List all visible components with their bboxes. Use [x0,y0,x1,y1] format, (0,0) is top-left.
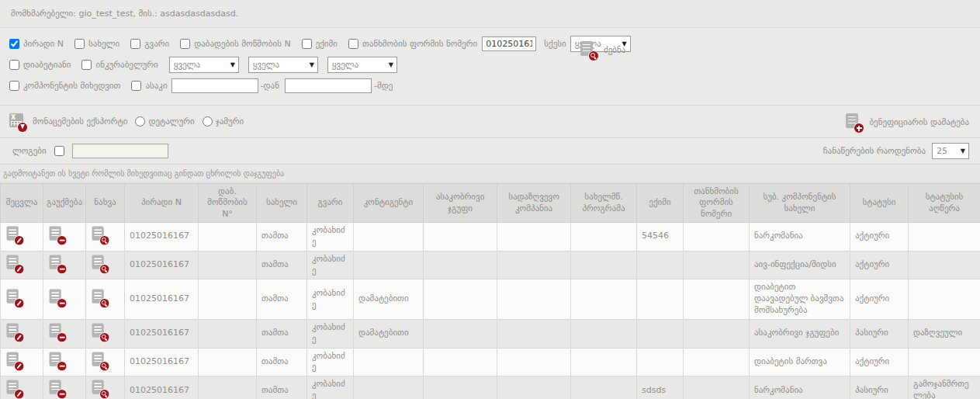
personal-n-checkbox[interactable] [9,39,19,49]
filter-select-3[interactable]: ყველა ▼ [327,57,397,73]
chevron-down-icon: ▼ [389,61,393,68]
age-from-input[interactable] [171,78,258,93]
table-cell [424,251,497,279]
incurable-checkbox[interactable] [81,60,92,70]
by-component-label: კომპონენტის მიხედვით [23,81,120,91]
column-header-14[interactable]: სტატუსი [850,184,909,223]
age-to-input[interactable] [285,78,372,93]
edit-row-button[interactable] [1,251,43,279]
add-beneficiary-icon [846,113,863,131]
view-row-button[interactable] [86,251,125,279]
table-cell [199,376,257,399]
age-checkbox[interactable] [131,81,141,91]
table-row: 01025016167თამთაკობახიძედამატებითიასაკობ… [1,319,980,348]
column-header-7[interactable]: კონტიგენტი [354,184,424,223]
table-cell: თამთა [257,279,307,320]
view-row-button[interactable] [86,223,125,252]
column-header-12[interactable]: თანხმობის ფორმის ნომერი [684,184,750,223]
logs-input[interactable] [72,144,168,158]
edit-row-button[interactable] [1,319,43,348]
column-header-5[interactable]: სახელი [257,184,307,223]
column-header-2[interactable]: ნახვა [86,184,125,223]
detailed-radio-item: დეტალური [135,116,194,127]
summary-radio[interactable] [203,116,213,127]
view-row-button[interactable] [86,279,125,320]
filter-row-2: დიაბეტიანი ინკურაბელური ყველა ▼ ყველა ▼ … [9,57,971,72]
detailed-radio[interactable] [135,116,145,127]
table-cell [354,348,424,376]
table-cell: 01025016167 [125,223,199,252]
column-header-0[interactable]: შეცვლა [1,184,43,223]
group-by-hint: გადმოიტანეთ ის სვეტი რომლის მიხედვითაც გ… [0,165,980,183]
cancel-row-button[interactable] [43,279,86,320]
view-row-button[interactable] [86,348,125,376]
table-cell [497,376,571,399]
column-header-1[interactable]: გაუქმება [43,184,86,223]
consent-form-number-input[interactable] [482,36,536,51]
edit-row-button[interactable] [1,376,43,399]
surname-checkbox[interactable] [130,39,140,49]
doctor-filter: ექიმი [302,39,338,49]
filter-row-3: კომპონენტის მიხედვით ასაკი -დან -მდე [9,78,971,93]
view-row-button[interactable] [86,376,125,399]
column-header-15[interactable]: სტატუსის აღწერა [909,184,980,223]
by-component-filter: კომპონენტის მიხედვით [9,81,120,91]
column-header-8[interactable]: ასაკობრივი ჯგუფი [424,184,497,223]
table-cell: კობახიძე [307,319,354,348]
column-header-11[interactable]: ექიმი [637,184,684,223]
name-checkbox[interactable] [74,39,85,49]
table-cell: თამთა [257,348,307,376]
consent-form-checkbox[interactable] [348,39,358,49]
records-count-select[interactable]: 25 ▼ [932,143,969,159]
filter-select-2[interactable]: ყველა ▼ [248,57,318,73]
edit-row-button[interactable] [1,348,43,376]
edit-icon [7,352,23,369]
table-cell [571,348,637,376]
diabetic-checkbox[interactable] [9,60,19,70]
table-cell [424,319,497,348]
column-header-9[interactable]: სადაზღვევო კომპანია [497,184,571,223]
column-header-4[interactable]: დაბ. მოწმობის N° [199,184,257,223]
column-header-10[interactable]: სახელმწ. პროგრამა [571,184,637,223]
table-cell [497,279,571,320]
cancel-row-button[interactable] [43,348,86,376]
logs-checkbox[interactable] [54,146,64,156]
column-header-6[interactable]: გვარი [307,184,354,223]
edit-row-button[interactable] [1,223,43,252]
table-cell [684,348,750,376]
export-data-button[interactable]: მონაცემების ექსპორტი [9,113,127,130]
table-cell [684,319,750,348]
view-row-button[interactable] [86,319,125,348]
column-header-3[interactable]: პირადი N [125,184,199,223]
table-cell: 01025016167 [125,279,199,320]
cancel-row-button[interactable] [43,376,86,399]
birth-cert-checkbox[interactable] [180,39,190,49]
add-beneficiary-button[interactable]: ბენეფიციარის დამატება [846,113,969,131]
beneficiaries-page: მომხმარებელი: gio_test_test, მის.: asdas… [0,0,980,399]
detailed-radio-label: დეტალური [148,116,194,127]
table-cell: 01025016167 [125,348,199,376]
cancel-icon [50,380,66,397]
cancel-row-button[interactable] [43,251,86,279]
table-cell: 54546 [637,223,684,252]
filter-select-1-value: ყველა [174,60,200,70]
age-to-suffix: -მდე [374,81,393,91]
edit-row-button[interactable] [1,279,43,320]
cancel-row-button[interactable] [43,319,86,348]
table-cell: 01025016167 [125,319,199,348]
cancel-icon [50,289,66,306]
column-header-13[interactable]: სუბ. კომპონენტის სახელი [750,184,850,223]
search-button[interactable]: ძებნა [580,41,625,59]
cancel-icon [50,255,66,272]
table-cell: ნარკომანია [750,223,850,252]
table-cell: 01025016167 [125,251,199,279]
filter-panel: პირადი N სახელი გვარი დაბადების მოწმობის… [0,28,980,106]
table-cell [637,319,684,348]
by-component-checkbox[interactable] [9,81,19,91]
cancel-row-button[interactable] [43,223,86,252]
cancel-icon [50,352,66,369]
table-cell [199,319,257,348]
table-cell [571,223,637,252]
doctor-checkbox[interactable] [302,39,312,49]
filter-select-1[interactable]: ყველა ▼ [169,57,239,73]
